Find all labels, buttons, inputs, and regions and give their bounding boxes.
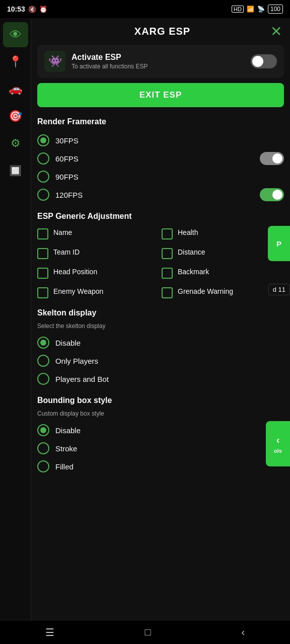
bbox-stroke-radio[interactable] (37, 442, 49, 454)
esp-avatar-icon: 👾 (48, 55, 62, 68)
esp-headposition-checkbox[interactable] (37, 268, 48, 279)
fps-30-item[interactable]: 30FPS (37, 131, 284, 149)
skelton-playersbot-radio[interactable] (37, 373, 49, 385)
bottom-nav-menu[interactable]: ☰ (35, 622, 64, 642)
fps-30-radio[interactable] (37, 134, 49, 146)
activate-text: Activate ESP To activate all functions E… (71, 53, 148, 70)
bbox-disable-item[interactable]: Disable (37, 421, 284, 439)
target-icon: 🎯 (9, 110, 22, 123)
content-area: 👾 Activate ESP To activate all functions… (31, 45, 290, 494)
skelton-playersbot-item[interactable]: Players and Bot (37, 370, 284, 388)
alarm-icon: ⏰ (39, 6, 47, 13)
status-bar: 10:53 🔇 ⏰ HD 📶 📡 100 (0, 0, 290, 18)
activate-info: 👾 Activate ESP To activate all functions… (44, 51, 148, 72)
bbox-filled-label: Filled (55, 462, 74, 471)
fps-120-toggle[interactable] (260, 188, 284, 201)
app-header: XARG ESP ✕ (31, 18, 290, 45)
framerate-radio-group: 30FPS 60FPS (37, 131, 284, 204)
activate-esp-toggle[interactable] (251, 54, 277, 68)
esp-health-item[interactable]: Health (162, 226, 284, 242)
bottom-nav-home[interactable]: □ (135, 622, 161, 642)
esp-grenadewarning-checkbox[interactable] (162, 287, 173, 298)
esp-health-checkbox[interactable] (162, 228, 173, 239)
tools-label: ols (274, 448, 282, 454)
esp-health-label: Health (178, 228, 198, 237)
activate-esp-icon: 👾 (44, 51, 65, 72)
activate-esp-description: To activate all functions ESP (71, 63, 148, 70)
esp-dist-floater: d 11 (268, 284, 290, 295)
fps-60-left: 60FPS (37, 152, 79, 165)
skelton-playersbot-label: Players and Bot (55, 375, 109, 383)
fps-60-label: 60FPS (55, 154, 79, 163)
bbox-filled-radio[interactable] (37, 460, 49, 472)
status-time: 10:53 (7, 5, 25, 13)
sidebar-item-location[interactable]: 📍 (3, 49, 28, 74)
esp-headposition-item[interactable]: Head Position (37, 265, 160, 281)
skelton-onlyplayers-label: Only Players (55, 357, 98, 365)
skelton-display-section: Skelton display Select the skelton displ… (37, 308, 284, 388)
esp-name-label: Name (53, 228, 72, 237)
esp-distance-checkbox[interactable] (162, 248, 173, 259)
fps-120-item[interactable]: 120FPS (37, 186, 284, 204)
skelton-disable-item[interactable]: Disable (37, 334, 284, 352)
mute-icon: 🔇 (28, 6, 36, 13)
signal-icon: 📶 (247, 6, 254, 13)
esp-name-item[interactable]: Name (37, 226, 160, 242)
esp-grenadewarning-item[interactable]: Grenade Warning (162, 285, 284, 300)
app-title: XARG ESP (134, 26, 190, 37)
esp-grenadewarning-label: Grenade Warning (178, 287, 233, 296)
chip-icon: 🔲 (9, 165, 22, 177)
esp-teamid-item[interactable]: Team ID (37, 246, 160, 261)
menu-icon: ☰ (45, 627, 54, 638)
sidebar-item-vehicle[interactable]: 🚗 (3, 76, 28, 102)
skelton-onlyplayers-item[interactable]: Only Players (37, 352, 284, 370)
fps-90-item[interactable]: 90FPS (37, 168, 284, 186)
bbox-tools-floater[interactable]: ‹ ols (266, 421, 290, 466)
bottom-nav-back[interactable]: ‹ (231, 622, 255, 642)
fps-60-item[interactable]: 60FPS (37, 149, 284, 168)
skelton-disable-radio[interactable] (37, 337, 49, 349)
esp-enemyweapon-checkbox[interactable] (37, 287, 48, 298)
activate-esp-title: Activate ESP (71, 53, 148, 62)
framerate-section-title: Render Framerate (37, 117, 284, 126)
esp-backmark-item[interactable]: Backmark (162, 265, 284, 281)
esp-backmark-label: Backmark (178, 267, 209, 276)
sidebar-item-esp-view[interactable]: 👁 (3, 22, 28, 47)
esp-headposition-label: Head Position (53, 267, 97, 276)
fps-120-radio[interactable] (37, 189, 49, 201)
fps-120-toggle-thumb (272, 190, 282, 200)
skelton-onlyplayers-radio[interactable] (37, 355, 49, 367)
fps-60-toggle-thumb (272, 153, 282, 164)
chevron-left-icon: ‹ (276, 434, 280, 446)
close-button[interactable]: ✕ (270, 23, 282, 40)
app-container: 👁 📍 🚗 🎯 ⚙ 🔲 XARG ESP ✕ (0, 18, 290, 620)
skelton-radio-group: Disable Only Players Players and Bot (37, 334, 284, 388)
bbox-filled-item[interactable]: Filled (37, 457, 284, 475)
sidebar: 👁 📍 🚗 🎯 ⚙ 🔲 (0, 18, 31, 620)
settings-icon: ⚙ (11, 137, 21, 150)
fps-90-radio[interactable] (37, 171, 49, 183)
fps-120-label: 120FPS (55, 191, 83, 199)
sidebar-item-hardware[interactable]: 🔲 (3, 158, 28, 183)
activate-esp-slider (251, 54, 277, 68)
esp-teamid-checkbox[interactable] (37, 248, 48, 259)
esp-enemyweapon-item[interactable]: Enemy Weapon (37, 285, 160, 300)
bbox-stroke-item[interactable]: Stroke (37, 439, 284, 457)
esp-p-floater[interactable]: P (268, 226, 290, 261)
framerate-section: Render Framerate 30FPS 60FPS (37, 117, 284, 204)
sidebar-item-settings[interactable]: ⚙ (3, 131, 28, 156)
sidebar-item-aim[interactable]: 🎯 (3, 104, 28, 129)
wifi-icon: 📡 (257, 6, 265, 13)
skelton-subtext: Select the skelton display (37, 323, 284, 330)
esp-backmark-checkbox[interactable] (162, 268, 173, 279)
fps-60-toggle[interactable] (260, 152, 284, 165)
esp-name-checkbox[interactable] (37, 228, 48, 239)
skelton-title: Skelton display (37, 308, 284, 317)
esp-distance-item[interactable]: Distance (162, 246, 284, 261)
bbox-disable-radio[interactable] (37, 424, 49, 436)
bbox-radio-group: Disable Stroke Filled (37, 421, 284, 475)
esp-grid-wrapper: Name Health Team ID (37, 226, 284, 300)
exit-esp-button[interactable]: EXIT ESP (37, 83, 284, 107)
bottom-nav: ☰ □ ‹ (0, 620, 290, 644)
fps-60-radio[interactable] (37, 152, 49, 165)
